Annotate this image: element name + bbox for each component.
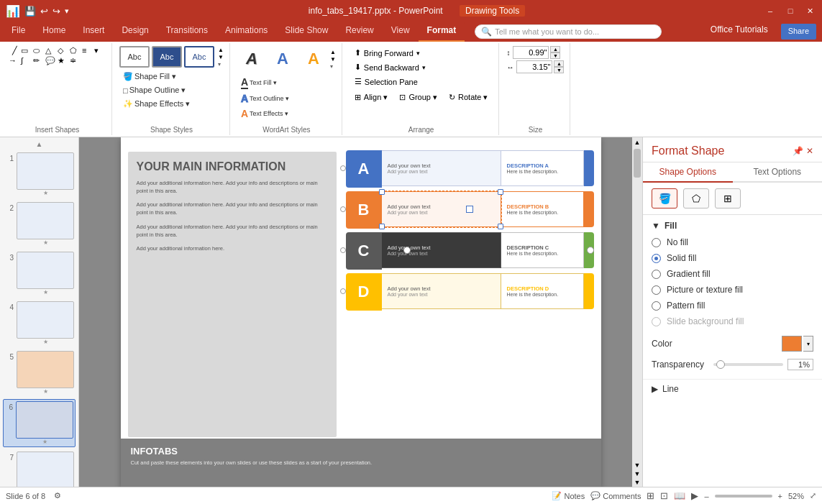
color-picker[interactable]: ▾ <box>782 336 813 352</box>
width-up[interactable]: ▲ <box>554 60 564 67</box>
tab-item-c[interactable]: C Add your own text Add your own text DE… <box>346 232 594 268</box>
rect-tool[interactable]: ▭ <box>21 46 32 55</box>
fill-section-header[interactable]: ▼ Fill <box>652 221 813 231</box>
tab-item-d[interactable]: D Add your own text Add your own text DE… <box>346 273 594 309</box>
slide-panel-scroll-up[interactable]: ▲ <box>3 140 76 148</box>
tab-review[interactable]: Review <box>337 22 382 42</box>
shape-fill-btn[interactable]: 🪣 Shape Fill ▾ <box>119 70 224 83</box>
wordart-style-1[interactable]: A <box>237 46 266 72</box>
fill-option-solid[interactable]: Solid fill <box>652 252 813 264</box>
more-shapes-btn[interactable]: ▾ <box>94 46 106 55</box>
eq-tool[interactable]: ≑ <box>70 56 81 65</box>
scroll-thumb-v[interactable] <box>634 149 641 178</box>
slide-canvas[interactable]: YOUR MAIN INFORMATION Add your additiona… <box>121 137 601 487</box>
pentagon-icon[interactable]: ⬠ <box>683 188 709 209</box>
office-tutorials-link[interactable]: Office Tutorials <box>703 22 775 42</box>
tab-item-a[interactable]: A Add your own text Add your own text DE… <box>346 150 594 186</box>
freeform-tool[interactable]: ✏ <box>33 56 45 65</box>
save-icon[interactable]: 💾 <box>24 6 36 17</box>
tab-transitions[interactable]: Transitions <box>157 22 216 42</box>
fill-option-no-fill[interactable]: No fill <box>652 237 813 248</box>
slide-thumb-4[interactable]: 4 ★ <box>3 300 76 347</box>
tab-slideshow[interactable]: Slide Show <box>276 22 337 42</box>
close-btn[interactable]: ✕ <box>805 5 816 17</box>
radio-gradient-fill[interactable] <box>652 270 661 279</box>
transparency-handle[interactable] <box>716 360 725 369</box>
zoom-in-btn[interactable]: + <box>778 492 782 500</box>
slide-thumb-2[interactable]: 2 ★ <box>3 201 76 247</box>
transparency-value[interactable]: 1% <box>787 359 813 370</box>
tab-format[interactable]: Format <box>419 22 465 42</box>
fill-option-pattern[interactable]: Pattern fill <box>652 300 813 311</box>
scroll-left-arrow[interactable]: ▼ <box>634 478 641 487</box>
tab-item-b[interactable]: B Add your own text Add your own text DE… <box>346 191 594 227</box>
wordart-style-3[interactable]: A <box>299 46 328 72</box>
color-dropdown-btn[interactable]: ▾ <box>803 336 813 352</box>
fill-option-picture[interactable]: Picture or texture fill <box>652 284 813 295</box>
slide-thumb-1[interactable]: 1 ★ <box>3 151 76 198</box>
view-slide-btn[interactable]: ⊡ <box>660 490 668 501</box>
star-tool[interactable]: ★ <box>58 56 69 65</box>
grid-icon[interactable]: ⊞ <box>715 188 741 209</box>
tab-text-options[interactable]: Text Options <box>733 162 823 183</box>
shape-styles-scroll[interactable]: ▲ ▼ ▾ <box>218 47 224 68</box>
radio-solid-fill[interactable] <box>652 254 661 263</box>
text-outline-btn[interactable]: A Text Outline ▾ <box>237 91 293 106</box>
tab-design[interactable]: Design <box>113 22 157 42</box>
view-normal-btn[interactable]: ⊞ <box>647 490 654 501</box>
height-input[interactable]: 0.99" <box>513 46 549 59</box>
maximize-btn[interactable]: □ <box>785 5 796 17</box>
width-down[interactable]: ▼ <box>554 67 564 73</box>
selection-pane-btn[interactable]: ☰ Selection Pane <box>350 75 423 88</box>
curve-tool[interactable]: ∫ <box>21 56 32 65</box>
tab-home[interactable]: Home <box>34 22 74 42</box>
slide-thumb-3[interactable]: 3 ★ <box>3 250 76 297</box>
slide-thumb-5[interactable]: 5 ★ <box>3 349 76 396</box>
text-fill-btn[interactable]: A Text Fill ▾ <box>237 75 293 91</box>
height-down[interactable]: ▼ <box>550 52 560 59</box>
group-btn[interactable]: ⊡ Group ▾ <box>394 91 442 104</box>
zoom-slider[interactable] <box>715 495 772 498</box>
color-swatch[interactable] <box>782 336 802 352</box>
oval-tool[interactable]: ⬭ <box>33 46 45 55</box>
height-spin[interactable]: ▲ ▼ <box>550 46 560 59</box>
tab-shape-options[interactable]: Shape Options <box>643 162 733 183</box>
tab-insert[interactable]: Insert <box>74 22 113 42</box>
shape-tool[interactable]: △ <box>45 46 57 55</box>
canvas-scrollbar-v[interactable]: ▲ ▼ ▼ ▼ <box>632 137 642 487</box>
radio-picture-fill[interactable] <box>652 285 661 295</box>
format-panel-close[interactable]: ✕ <box>806 146 813 156</box>
radio-pattern-fill[interactable] <box>652 301 661 311</box>
shape-effects-btn[interactable]: ✨ Shape Effects ▾ <box>119 98 224 110</box>
scroll-right-arrow[interactable]: ▼ <box>634 469 641 478</box>
shape-tool3[interactable]: ⬠ <box>70 46 81 55</box>
line-header[interactable]: ▶ Line <box>652 384 813 394</box>
radio-no-fill[interactable] <box>652 238 661 247</box>
fill-option-gradient[interactable]: Gradient fill <box>652 268 813 280</box>
shape-tool2[interactable]: ◇ <box>58 46 69 55</box>
arrow-tool[interactable]: → <box>9 56 20 65</box>
minimize-btn[interactable]: – <box>764 5 776 17</box>
share-button[interactable]: Share <box>781 24 816 40</box>
width-input[interactable]: 3.15" <box>516 60 552 73</box>
format-panel-pin[interactable]: 📌 <box>793 146 803 156</box>
slide-thumb-6[interactable]: 6 ★ <box>3 399 76 447</box>
height-up[interactable]: ▲ <box>550 46 560 52</box>
redo-icon[interactable]: ↪ <box>52 6 60 17</box>
notes-btn[interactable]: 📝 Notes <box>552 491 585 500</box>
arrange-icon[interactable]: ≡ <box>82 46 93 55</box>
send-backward-btn[interactable]: ⬇ Send Backward ▾ <box>350 60 431 74</box>
tab-animations[interactable]: Animations <box>216 22 276 42</box>
undo-icon[interactable]: ↩ <box>40 6 48 17</box>
fill-paint-icon[interactable]: 🪣 <box>652 188 677 209</box>
shape-style-1[interactable]: Abc <box>119 46 150 68</box>
view-presenter-btn[interactable]: ▶ <box>691 490 698 501</box>
callout-tool[interactable]: 💬 <box>45 56 57 65</box>
status-accessibility-icon[interactable]: ⚙ <box>54 491 61 500</box>
wordart-style-2[interactable]: A <box>268 46 297 72</box>
tab-view[interactable]: View <box>383 22 419 42</box>
zoom-out-btn[interactable]: – <box>704 492 708 500</box>
fit-window-btn[interactable]: ⤢ <box>810 491 816 500</box>
shape-style-2[interactable]: Abc <box>152 46 182 68</box>
slide-thumb-7[interactable]: 7 ★ <box>3 450 76 487</box>
